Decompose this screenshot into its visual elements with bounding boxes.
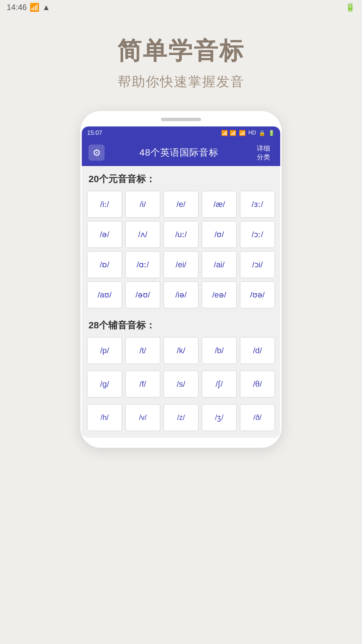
phone-notch xyxy=(161,118,201,121)
inner-status-bar: 15:07 📶 📶 📶 HD 🔒 🔋 xyxy=(82,126,280,139)
phoneme-cell[interactable]: /ʊə/ xyxy=(240,281,275,308)
phoneme-cell[interactable]: /uː/ xyxy=(164,221,198,248)
phoneme-cell[interactable]: /t/ xyxy=(125,337,160,364)
inner-signal-icon: 📶 📶 xyxy=(221,130,236,136)
detail-classification-button[interactable]: 详细 分类 xyxy=(253,144,274,161)
content-area: 20个元音音标： /iː//i//e//æ//ɜː//ə//ʌ//uː//ʊ//… xyxy=(82,166,280,438)
phoneme-cell[interactable]: /æ/ xyxy=(202,191,237,218)
phoneme-cell[interactable]: /ʒ/ xyxy=(202,404,237,431)
phoneme-cell[interactable]: /z/ xyxy=(164,404,198,431)
phoneme-cell[interactable]: /ə/ xyxy=(87,221,122,248)
header-title: 48个英语国际音标 xyxy=(105,146,253,159)
signal-icon: 📶 xyxy=(29,3,40,12)
phoneme-cell[interactable]: /p/ xyxy=(87,337,122,364)
consonants-grid-row3: /h//v//z//ʒ//ð/ xyxy=(87,404,275,431)
phoneme-cell[interactable]: /h/ xyxy=(87,404,122,431)
inner-hd-icon: HD xyxy=(248,130,256,136)
hero-title: 简单学音标 xyxy=(117,35,245,67)
inner-wifi-icon: 📶 xyxy=(239,130,246,136)
phoneme-cell[interactable]: /ɑː/ xyxy=(125,251,160,278)
outer-status-bar: 14:46 📶 ▲ 🔋 xyxy=(0,0,362,15)
status-right: 🔋 xyxy=(345,3,355,12)
gear-icon[interactable]: ⚙ xyxy=(88,145,105,161)
inner-time: 15:07 xyxy=(87,129,102,137)
phone-mockup: 15:07 📶 📶 📶 HD 🔒 🔋 ⚙ 48个英语国际音标 详细 分类 20个… xyxy=(80,111,282,448)
consonants-section-title: 28个辅音音标： xyxy=(87,319,275,332)
phoneme-cell[interactable]: /ɜː/ xyxy=(240,191,275,218)
phoneme-cell[interactable]: /i/ xyxy=(125,191,160,218)
phoneme-cell[interactable]: /ɔː/ xyxy=(240,221,275,248)
inner-battery-icon: 🔋 xyxy=(268,130,275,136)
phoneme-cell[interactable]: /d/ xyxy=(240,337,275,364)
section-divider xyxy=(87,315,275,319)
phoneme-cell[interactable]: /ʌ/ xyxy=(125,221,160,248)
phoneme-cell[interactable]: /ʃ/ xyxy=(202,371,237,397)
phoneme-cell[interactable]: /θ/ xyxy=(240,371,275,397)
phoneme-cell[interactable]: /ei/ xyxy=(164,251,198,278)
hero-section: 简单学音标 帮助你快速掌握发音 xyxy=(117,35,245,91)
app-header: ⚙ 48个英语国际音标 详细 分类 xyxy=(82,139,280,166)
phoneme-cell[interactable]: /s/ xyxy=(164,371,198,397)
battery-icon: 🔋 xyxy=(345,3,355,12)
time-display: 14:46 xyxy=(7,3,27,12)
phone-screen: 15:07 📶 📶 📶 HD 🔒 🔋 ⚙ 48个英语国际音标 详细 分类 20个… xyxy=(82,126,280,438)
phoneme-cell[interactable]: /ɒ/ xyxy=(87,251,122,278)
phoneme-cell[interactable]: /əʊ/ xyxy=(125,281,160,308)
hero-subtitle: 帮助你快速掌握发音 xyxy=(117,72,245,91)
vowels-section-title: 20个元音音标： xyxy=(87,173,275,185)
phoneme-cell[interactable]: /iə/ xyxy=(164,281,198,308)
phoneme-cell[interactable]: /e/ xyxy=(164,191,198,218)
phoneme-cell[interactable]: /ð/ xyxy=(240,404,275,431)
inner-status-right: 📶 📶 📶 HD 🔒 🔋 xyxy=(221,130,275,136)
consonants-grid-row2: /g//f//s//ʃ//θ/ xyxy=(87,371,275,397)
phoneme-cell[interactable]: /ʊ/ xyxy=(202,221,237,248)
wifi-icon: ▲ xyxy=(42,3,50,12)
phoneme-cell[interactable]: /b/ xyxy=(202,337,237,364)
vowels-grid: /iː//i//e//æ//ɜː//ə//ʌ//uː//ʊ//ɔː//ɒ//ɑː… xyxy=(87,191,275,308)
inner-lock-icon: 🔒 xyxy=(259,130,265,136)
phoneme-cell[interactable]: /aʊ/ xyxy=(87,281,122,308)
phoneme-cell[interactable]: /g/ xyxy=(87,371,122,397)
phoneme-cell[interactable]: /f/ xyxy=(125,371,160,397)
phoneme-cell[interactable]: /ɔi/ xyxy=(240,251,275,278)
phoneme-cell[interactable]: /iː/ xyxy=(87,191,122,218)
status-left: 14:46 📶 ▲ xyxy=(7,3,50,12)
phoneme-cell[interactable]: /v/ xyxy=(125,404,160,431)
phoneme-cell[interactable]: /eə/ xyxy=(202,281,237,308)
consonants-grid-row1: /p//t//k//b//d/ xyxy=(87,337,275,364)
phoneme-cell[interactable]: /ai/ xyxy=(202,251,237,278)
phoneme-cell[interactable]: /k/ xyxy=(164,337,198,364)
